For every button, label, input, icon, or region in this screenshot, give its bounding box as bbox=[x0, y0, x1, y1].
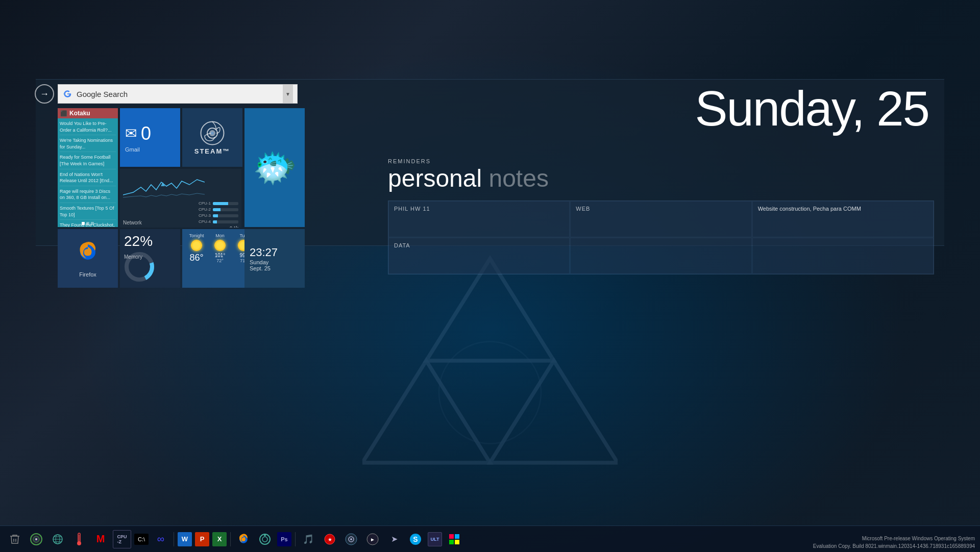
audio-icon: 🎵 bbox=[303, 534, 314, 545]
tonight-label: Tonight bbox=[185, 233, 208, 238]
ps-icon: Ps bbox=[281, 536, 287, 542]
reminders-label: REMINDERS bbox=[388, 158, 934, 164]
word-icon: W bbox=[182, 535, 188, 543]
mon-label: Mon bbox=[209, 233, 231, 238]
taskbar-mmonster[interactable]: M bbox=[91, 530, 110, 548]
taskbar-ultraiso[interactable]: ULT bbox=[428, 532, 442, 546]
cpu4-stat: CPU-4 bbox=[194, 219, 238, 224]
system-text-line2: Evaluation Copy. Build 8021.winmain.1203… bbox=[813, 542, 975, 550]
gmail-label: Gmail bbox=[125, 146, 140, 153]
svg-rect-24 bbox=[79, 535, 80, 542]
taskbar-skype[interactable]: S bbox=[406, 530, 425, 548]
taskbar-terminal[interactable]: C:\ bbox=[134, 534, 149, 545]
tile-kotaku[interactable]: ⬛ Kotaku Would You Like to Pre-Order a C… bbox=[58, 108, 118, 227]
kotaku-header: ⬛ Kotaku bbox=[58, 108, 118, 118]
search-area: ▼ bbox=[58, 84, 303, 104]
taskbar: M CPU-Z C:\ ∞ W P X Ps bbox=[0, 525, 980, 552]
rss-icon: ⬛ bbox=[60, 110, 67, 117]
network-graph bbox=[123, 172, 205, 200]
mon-low: 72° bbox=[209, 258, 231, 263]
reminder-cell-phil: PHIL HW 11 bbox=[388, 201, 570, 237]
reminder-cell-web: WEB bbox=[570, 201, 751, 237]
dot-2 bbox=[86, 222, 89, 225]
system-text-line1: Microsoft Pre-release Windows Operating … bbox=[813, 535, 975, 542]
taskbar-disc[interactable] bbox=[27, 530, 45, 548]
network-tile-content: CPU-1 CPU-2 CPU-3 CPU-4 0.1k bbox=[120, 169, 241, 228]
taskbar-divider-2 bbox=[230, 532, 231, 546]
firefox-icon bbox=[75, 239, 101, 269]
tile-memory[interactable]: 22% Memory bbox=[120, 229, 180, 288]
cpu1-label: CPU-1 bbox=[194, 201, 211, 206]
steam-taskbar-icon bbox=[345, 533, 358, 546]
gmail-count: 0 bbox=[141, 123, 151, 144]
svg-rect-40 bbox=[449, 540, 454, 544]
reminders-title-main: personal bbox=[388, 165, 482, 192]
taskbar-windows-flag[interactable] bbox=[445, 530, 463, 548]
cpu3-label: CPU-3 bbox=[194, 213, 211, 218]
weather-tonight: Tonight 86° bbox=[185, 233, 208, 263]
svg-text:★: ★ bbox=[328, 537, 332, 542]
tile-firefox[interactable]: Firefox bbox=[58, 229, 118, 288]
clock-date: Sept. 25 bbox=[250, 265, 271, 271]
tile-clock[interactable]: 23:27 Sunday Sept. 25 bbox=[244, 229, 305, 288]
taskbar-red-dot[interactable]: ★ bbox=[321, 530, 339, 548]
infinity-icon: ∞ bbox=[157, 533, 164, 545]
taskbar-infinity[interactable]: ∞ bbox=[152, 530, 170, 548]
steam-label: STEAM™ bbox=[194, 147, 231, 155]
cpu2-label: CPU-2 bbox=[194, 207, 211, 212]
taskbar-excel[interactable]: X bbox=[212, 532, 227, 546]
taskbar-recycle-bin[interactable] bbox=[6, 530, 24, 548]
tile-steam[interactable]: STEAM™ bbox=[182, 108, 242, 167]
reminders-title-dim: notes bbox=[488, 165, 548, 192]
reminders-grid: PHIL HW 11 WEB Website construction, Pec… bbox=[388, 200, 934, 274]
cpu1-bar bbox=[213, 202, 238, 205]
taskbar-divider-3 bbox=[295, 532, 296, 546]
cpuz-label: CPU-Z bbox=[117, 534, 127, 544]
memory-percent: 22% bbox=[124, 233, 153, 249]
terminal-icon: C:\ bbox=[138, 536, 145, 542]
taskbar-winamp[interactable]: ► bbox=[363, 530, 382, 548]
svg-text:S: S bbox=[413, 535, 418, 543]
nav-arrow-button[interactable]: → bbox=[35, 84, 54, 104]
taskbar-word[interactable]: W bbox=[178, 532, 192, 546]
svg-point-27 bbox=[262, 537, 267, 542]
tile-gmail[interactable]: ✉ 0 Gmail bbox=[120, 108, 180, 167]
tile-network[interactable]: CPU-1 CPU-2 CPU-3 CPU-4 0.1k bbox=[120, 169, 241, 228]
kotaku-title: Kotaku bbox=[69, 110, 90, 117]
taskbar-cpuz[interactable]: CPU-Z bbox=[113, 530, 131, 548]
reminder-cell-empty1 bbox=[570, 238, 751, 274]
kotaku-feed: Would You Like to Pre-Order a California… bbox=[58, 118, 118, 227]
reminder-phil-header: PHIL HW 11 bbox=[394, 206, 564, 212]
dot-3 bbox=[91, 222, 94, 225]
mon-sun-icon bbox=[214, 240, 226, 251]
svg-marker-1 bbox=[362, 361, 490, 463]
network-label: Network bbox=[123, 220, 142, 225]
recycle-bin-icon bbox=[9, 533, 21, 545]
taskbar-firefox[interactable] bbox=[234, 530, 253, 548]
taskbar-arrow[interactable]: ➤ bbox=[385, 530, 403, 548]
memory-label: Memory bbox=[124, 254, 142, 260]
svg-point-28 bbox=[264, 534, 266, 536]
gmail-mail-icon: ✉ bbox=[125, 125, 137, 142]
taskbar-steam[interactable] bbox=[342, 530, 360, 548]
taskbar-photoshop[interactable]: Ps bbox=[277, 532, 291, 546]
upload-value: 0.1k bbox=[230, 225, 238, 228]
taskbar-audio[interactable]: 🎵 bbox=[299, 530, 317, 548]
arrow-right-icon: → bbox=[40, 89, 49, 99]
tonight-temp: 86° bbox=[185, 253, 208, 263]
fish-image: 🐡 bbox=[253, 147, 297, 189]
tiles-grid: ⬛ Kotaku Would You Like to Pre-Order a C… bbox=[58, 108, 303, 289]
search-bar-container: ▼ bbox=[58, 84, 298, 104]
powerpoint-icon: P bbox=[200, 535, 205, 543]
svg-point-23 bbox=[77, 541, 81, 545]
taskbar-spinner[interactable] bbox=[256, 530, 274, 548]
tile-fish[interactable]: 🐡 bbox=[244, 108, 305, 227]
svg-rect-41 bbox=[455, 540, 459, 544]
taskbar-browser[interactable] bbox=[48, 530, 67, 548]
taskbar-thermometer[interactable] bbox=[70, 530, 88, 548]
taskbar-powerpoint[interactable]: P bbox=[195, 532, 209, 546]
search-input[interactable] bbox=[77, 90, 283, 98]
firefox-taskbar-icon bbox=[237, 533, 250, 546]
search-dropdown-button[interactable]: ▼ bbox=[283, 85, 293, 103]
svg-text:►: ► bbox=[370, 537, 375, 542]
